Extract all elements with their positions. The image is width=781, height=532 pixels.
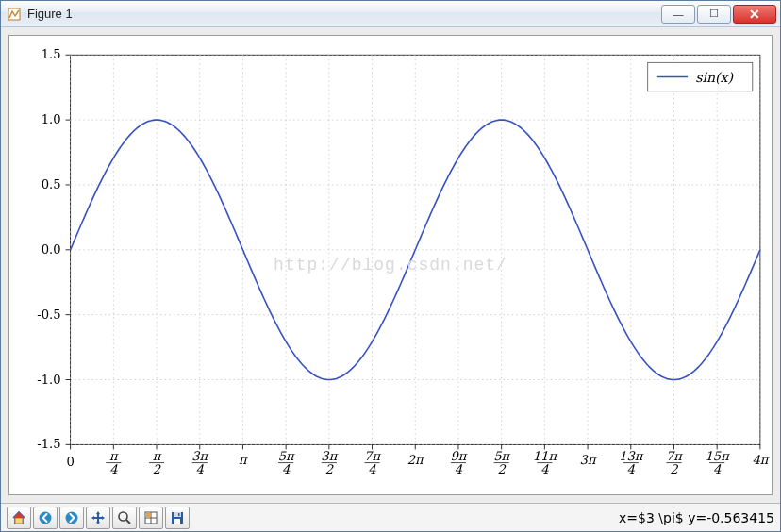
svg-text:2: 2 [497, 462, 506, 476]
zoom-button[interactable] [112, 507, 137, 529]
svg-text:4: 4 [196, 462, 205, 476]
svg-rect-113 [174, 519, 180, 524]
svg-text:2: 2 [153, 462, 161, 476]
minimize-button[interactable]: — [661, 5, 695, 24]
svg-text:3π: 3π [580, 453, 597, 467]
svg-rect-110 [146, 513, 150, 517]
svg-text:-1.0: -1.0 [37, 373, 60, 387]
svg-line-105 [126, 520, 130, 524]
svg-text:5π: 5π [493, 449, 510, 463]
configure-subplots-button[interactable] [139, 507, 163, 529]
pan-button[interactable] [86, 507, 110, 529]
svg-point-103 [66, 511, 78, 524]
svg-text:4: 4 [368, 462, 376, 476]
svg-rect-112 [174, 512, 181, 517]
home-button[interactable] [7, 507, 31, 529]
svg-text:4: 4 [713, 462, 722, 476]
svg-text:sin(x): sin(x) [695, 70, 734, 85]
svg-text:15π: 15π [706, 449, 731, 463]
client-area: -1.5-1.0-0.50.00.51.01.50π4π23π4π5π43π27… [1, 27, 780, 503]
plot-canvas[interactable]: -1.5-1.0-0.50.00.51.01.50π4π23π4π5π43π27… [8, 35, 773, 495]
svg-text:π: π [109, 449, 119, 463]
svg-text:5π: 5π [278, 449, 295, 463]
cursor-coordinates: x=$3 \pi$ y=-0.563415 [619, 510, 774, 525]
back-button[interactable] [33, 507, 58, 529]
svg-rect-114 [178, 513, 180, 516]
svg-text:2: 2 [670, 462, 678, 476]
maximize-button[interactable]: ☐ [697, 5, 731, 24]
svg-text:3π: 3π [321, 449, 338, 463]
navigation-toolbar [7, 507, 190, 529]
svg-text:0.0: 0.0 [42, 242, 61, 257]
svg-text:2: 2 [325, 462, 334, 476]
svg-text:11π: 11π [533, 449, 558, 463]
svg-text:-1.5: -1.5 [37, 437, 60, 451]
svg-text:π: π [239, 453, 248, 467]
svg-text:4: 4 [282, 462, 291, 476]
svg-text:9π: 9π [450, 449, 467, 463]
svg-text:4: 4 [455, 462, 463, 476]
svg-text:4: 4 [540, 462, 549, 476]
svg-text:-0.5: -0.5 [37, 308, 60, 322]
forward-button[interactable] [59, 507, 84, 529]
titlebar[interactable]: Figure 1 — ☐ ✕ [1, 1, 780, 27]
svg-point-104 [119, 512, 127, 521]
svg-text:7π: 7π [666, 449, 683, 463]
svg-rect-101 [15, 518, 23, 524]
svg-text:4: 4 [109, 462, 118, 476]
svg-text:4: 4 [627, 462, 636, 476]
statusbar: x=$3 \pi$ y=-0.563415 [1, 503, 780, 531]
svg-text:7π: 7π [364, 449, 381, 463]
svg-text:0.5: 0.5 [42, 177, 61, 191]
svg-text:1.0: 1.0 [42, 112, 61, 126]
close-button[interactable]: ✕ [733, 5, 776, 24]
svg-text:4π: 4π [752, 453, 769, 467]
figure-window: Figure 1 — ☐ ✕ -1.5-1.0-0.50.00.51.01.50… [0, 0, 781, 532]
svg-text:π: π [153, 449, 162, 463]
svg-text:3π: 3π [191, 449, 208, 463]
window-title: Figure 1 [27, 7, 659, 21]
svg-text:1.5: 1.5 [42, 47, 61, 61]
svg-text:0: 0 [66, 455, 74, 469]
svg-text:13π: 13π [619, 449, 644, 463]
svg-point-102 [40, 511, 52, 524]
save-button[interactable] [165, 507, 190, 529]
app-icon [7, 7, 22, 22]
svg-text:2π: 2π [407, 453, 424, 467]
